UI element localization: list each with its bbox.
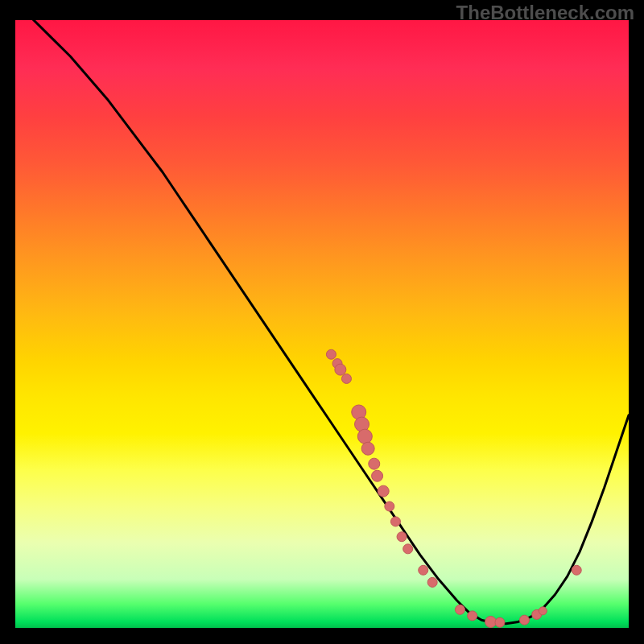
data-point [539,607,547,615]
curve-layer [15,20,629,628]
data-point [519,615,529,625]
data-point [326,349,336,359]
data-point [357,429,372,444]
data-point [372,470,383,481]
data-point [378,485,389,497]
data-point [468,611,477,621]
data-point [390,517,400,526]
data-point [495,617,505,627]
data-point [341,374,351,383]
data-point [427,577,437,587]
data-point [419,565,428,575]
data-point [455,605,464,614]
data-point [397,532,407,542]
data-point [335,364,346,375]
bottleneck-curve [15,20,629,624]
data-point [361,442,374,455]
chart-container: TheBottleneck.com [0,0,644,644]
plot-area [15,20,629,628]
data-point [369,458,380,469]
watermark-text: TheBottleneck.com [456,2,634,24]
data-point [385,502,394,511]
data-point [572,565,581,575]
data-point [485,616,497,627]
data-point [403,544,413,554]
